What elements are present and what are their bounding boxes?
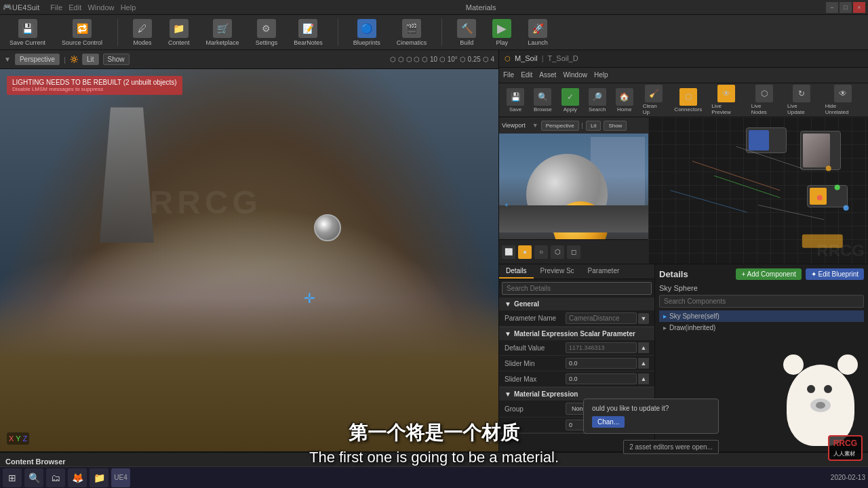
- update-chan-button[interactable]: Chan...: [592, 416, 625, 428]
- tab-parameter[interactable]: Parameter: [581, 264, 627, 279]
- search-button[interactable]: 🔍: [24, 468, 43, 487]
- content-button[interactable]: 📁 Content: [164, 16, 194, 49]
- mat-menu-file[interactable]: File: [503, 71, 514, 79]
- viewport-background: ✛ RRCG 人人素材: [0, 69, 498, 451]
- build-button[interactable]: 🔨 Build: [453, 16, 480, 49]
- viewport-content[interactable]: ✛ RRCG 人人素材 LIGHTING NEEDS TO BE REBUILT…: [0, 69, 498, 451]
- marketplace-button[interactable]: 🛒 Marketplace: [202, 16, 243, 49]
- play-button[interactable]: ▶ Play: [488, 16, 515, 49]
- comp-draw-inherited[interactable]: ▸ Draw(inherited): [659, 322, 864, 333]
- mat-lit-btn[interactable]: Lit: [586, 121, 601, 131]
- mat-liveupdate-button[interactable]: ↻ Live Update: [784, 83, 819, 117]
- explorer-button[interactable]: 📁: [90, 468, 108, 487]
- mat-perspective-btn[interactable]: Perspective: [541, 121, 579, 131]
- perspective-button[interactable]: Perspective: [15, 54, 60, 65]
- mat-preview-btn-2[interactable]: ●: [518, 245, 532, 259]
- slider-min-field[interactable]: ▲: [566, 358, 649, 369]
- blueprints-button[interactable]: 🔵 Blueprints: [349, 16, 384, 49]
- start-button[interactable]: ⊞: [3, 468, 22, 487]
- slider-min-btn[interactable]: ▲: [638, 358, 649, 369]
- mat-menu-window[interactable]: Window: [563, 71, 587, 79]
- browser-button[interactable]: 🦊: [68, 468, 87, 487]
- source-control-button[interactable]: 🔁 Source Control: [58, 16, 106, 49]
- components-header: Details + Add Component ✦ Edit Blueprint: [659, 268, 864, 280]
- material-node-graph[interactable]: RRCG: [648, 117, 868, 264]
- mat-hideunrelated-button[interactable]: 👁 Hide Unrelated: [822, 83, 864, 117]
- material-preview-panel: Viewport ▼ Perspective | Lit Show: [499, 117, 648, 264]
- launch-button[interactable]: 🚀 Launch: [524, 16, 552, 49]
- details-tabs: Details Preview Sc Parameter: [499, 264, 654, 279]
- mat-show-btn[interactable]: Show: [604, 121, 627, 131]
- slider-max-input[interactable]: [566, 373, 637, 384]
- material-tab2[interactable]: T_Soil_D: [547, 54, 578, 62]
- save-current-button[interactable]: 💾 Save Current: [5, 16, 50, 49]
- main-area: ▼ Perspective | 🔆 Lit Show ⬡ ⬡ ⬡ ⬡ ⬡ 10 …: [0, 50, 868, 451]
- tab-details[interactable]: Details: [499, 264, 534, 279]
- app-icon: 🎮: [3, 3, 12, 12]
- minimize-button[interactable]: −: [826, 2, 838, 13]
- mat-preview-btn-5[interactable]: ◻: [567, 245, 580, 259]
- details-search-area: [499, 279, 654, 298]
- tab-preview-sc[interactable]: Preview Sc: [534, 264, 581, 279]
- mat-connectors-button[interactable]: ⬡ Connectors: [671, 86, 705, 115]
- taskbar: ⊞ 🔍 🗂 🦊 📁 UE4 2020-02-13: [0, 466, 868, 488]
- window-controls[interactable]: − □ ×: [826, 2, 865, 13]
- close-button[interactable]: ×: [853, 2, 865, 13]
- mat-cleanup-button[interactable]: 🧹 Clean Up: [639, 83, 669, 117]
- settings-button[interactable]: ⚙ Settings: [252, 16, 282, 49]
- mat-browse-button[interactable]: 🔍 Browse: [530, 86, 555, 115]
- slider-max-btn[interactable]: ▲: [638, 373, 649, 384]
- node-2[interactable]: [746, 127, 787, 153]
- parameter-name-dropdown[interactable]: ▼: [638, 313, 649, 324]
- add-component-button[interactable]: + Add Component: [736, 268, 801, 280]
- lit-button[interactable]: Lit: [82, 54, 99, 65]
- general-section-header: ▼ General: [499, 298, 654, 310]
- cinematics-button[interactable]: 🎬 Cinematics: [393, 16, 431, 49]
- slider-max-field[interactable]: ▲: [566, 373, 649, 384]
- mat-save-button[interactable]: 💾 Save: [503, 86, 528, 115]
- parameter-name-input[interactable]: [566, 312, 637, 324]
- mat-preview-btn-1[interactable]: ⬜: [502, 245, 515, 259]
- mat-axis-widget: +: [505, 201, 509, 209]
- mat-livenodes-button[interactable]: ⬡ Live Nodes: [748, 83, 781, 117]
- update-message: ould you like to update it?: [592, 405, 710, 412]
- mat-preview-btn-3[interactable]: ○: [534, 245, 548, 259]
- title-bar-text: UE4Suit: [12, 3, 39, 12]
- comp-sky-sphere[interactable]: ▸ Sky Sphere(self): [659, 310, 864, 322]
- mat-menu-asset[interactable]: Asset: [539, 71, 556, 79]
- material-title: M_Soil: [515, 54, 538, 62]
- default-value-input[interactable]: [566, 342, 637, 353]
- task-view-button[interactable]: 🗂: [46, 468, 65, 487]
- show-button[interactable]: Show: [103, 54, 130, 65]
- mat-search-button[interactable]: 🔎 Search: [585, 86, 610, 115]
- details-title: Details: [659, 269, 688, 279]
- edit-blueprint-button[interactable]: ✦ Edit Blueprint: [806, 268, 864, 280]
- ue4-taskbar-btn[interactable]: UE4: [111, 468, 130, 487]
- mat-apply-button[interactable]: ✓ Apply: [558, 86, 583, 115]
- node-graph-watermark: RRCG: [816, 241, 865, 260]
- maximize-button[interactable]: □: [840, 2, 852, 13]
- default-value-row: Default Value ▲: [499, 340, 654, 356]
- node-orange[interactable]: [807, 185, 848, 207]
- main-viewport[interactable]: ▼ Perspective | 🔆 Lit Show ⬡ ⬡ ⬡ ⬡ ⬡ 10 …: [0, 50, 498, 451]
- slider-min-input[interactable]: [566, 358, 637, 369]
- mat-menu-help[interactable]: Help: [594, 71, 608, 79]
- mat-vp-label: Viewport: [502, 122, 526, 129]
- mat-menu-edit[interactable]: Edit: [521, 71, 532, 79]
- bearnotes-button[interactable]: 📝 BearNotes: [290, 16, 327, 49]
- components-search[interactable]: [659, 295, 864, 308]
- modes-button[interactable]: 🖊 Modes: [129, 16, 156, 49]
- sky-sphere-label: Sky Sphere: [659, 284, 864, 292]
- parameter-name-value[interactable]: ▼: [566, 312, 649, 324]
- mat-livepreview-button[interactable]: 👁 Live Preview: [708, 83, 745, 117]
- default-value-btn[interactable]: ▲: [638, 342, 649, 353]
- slider-max-row: Slider Max ▲: [499, 371, 654, 387]
- default-value-field[interactable]: ▲: [566, 342, 649, 353]
- details-search-input[interactable]: [502, 282, 652, 295]
- group-label: Group: [505, 405, 566, 413]
- node-2-icon: [749, 130, 769, 150]
- mat-preview-btn-4[interactable]: ⬡: [551, 245, 564, 259]
- mat-home-button[interactable]: 🏠 Home: [612, 86, 637, 115]
- material-preview-viewport[interactable]: +: [499, 134, 648, 239]
- node-1[interactable]: [800, 131, 841, 170]
